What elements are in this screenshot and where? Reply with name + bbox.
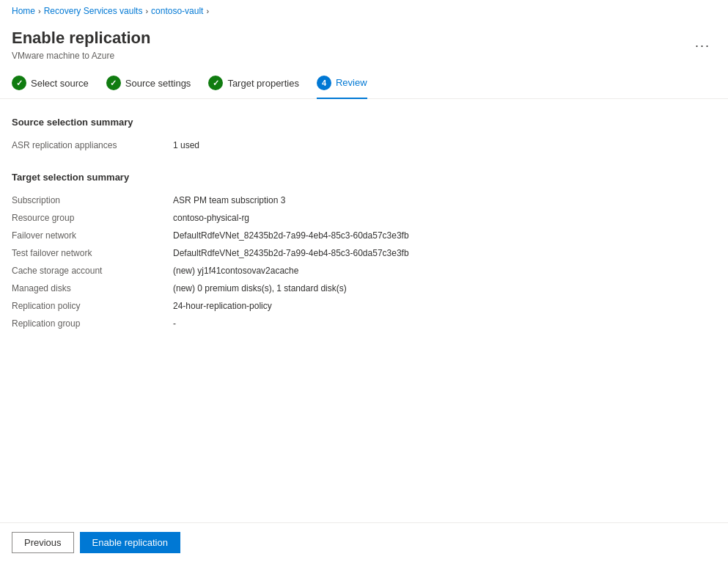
target-value-test-failover-network: DefaultRdfeVNet_82435b2d-7a99-4eb4-85c3-… <box>173 244 716 262</box>
page-header: Enable replication VMware machine to Azu… <box>0 22 728 64</box>
breadcrumb-vault[interactable]: contoso-vault <box>151 6 203 16</box>
page-subtitle: VMware machine to Azure <box>12 51 680 61</box>
source-value-0: 1 used <box>173 136 716 154</box>
step-source-settings[interactable]: ✓ Source settings <box>106 76 191 98</box>
breadcrumb-home[interactable]: Home <box>12 6 35 16</box>
step-label-target-properties: Target properties <box>227 78 299 89</box>
step-icon-source-settings: ✓ <box>106 76 121 90</box>
target-value-managed-disks: (new) 0 premium disks(s), 1 standard dis… <box>173 280 716 297</box>
breadcrumb: Home › Recovery Services vaults › contos… <box>0 0 728 22</box>
chevron-icon-3: › <box>206 7 209 15</box>
target-value-resource-group: contoso-physical-rg <box>173 209 716 227</box>
target-value-failover-network: DefaultRdfeVNet_82435b2d-7a99-4eb4-85c3-… <box>173 227 716 244</box>
target-value-cache-storage: (new) yj1f41contosovav2acache <box>173 262 716 280</box>
target-value-replication-group: - <box>173 315 716 332</box>
target-value-replication-policy: 24-hour-replication-policy <box>173 297 716 315</box>
main-content: Source selection summary ASR replication… <box>0 99 728 368</box>
steps-bar: ✓ Select source ✓ Source settings ✓ Targ… <box>0 64 728 99</box>
ellipsis-button[interactable]: ... <box>689 32 716 54</box>
target-label-replication-policy: Replication policy <box>12 297 173 315</box>
target-value-subscription: ASR PM team subscription 3 <box>173 191 716 209</box>
chevron-icon-1: › <box>38 7 41 15</box>
step-label-review: Review <box>336 77 367 88</box>
chevron-icon-2: › <box>145 7 148 15</box>
step-icon-target-properties: ✓ <box>208 76 223 90</box>
step-label-source-settings: Source settings <box>125 78 191 89</box>
breadcrumb-vaults[interactable]: Recovery Services vaults <box>44 6 143 16</box>
target-label-subscription: Subscription <box>12 191 173 209</box>
step-target-properties[interactable]: ✓ Target properties <box>208 76 299 98</box>
target-label-managed-disks: Managed disks <box>12 280 173 297</box>
target-label-resource-group: Resource group <box>12 209 173 227</box>
source-summary-table: ASR replication appliances 1 used <box>12 136 716 154</box>
page-title: Enable replication <box>12 28 680 49</box>
target-summary-table: Subscription ASR PM team subscription 3 … <box>12 191 716 332</box>
step-label-select-source: Select source <box>31 78 89 89</box>
target-label-failover-network: Failover network <box>12 227 173 244</box>
target-label-test-failover-network: Test failover network <box>12 244 173 262</box>
step-icon-review: 4 <box>317 76 331 90</box>
source-summary-title: Source selection summary <box>12 117 716 128</box>
step-select-source[interactable]: ✓ Select source <box>12 76 89 98</box>
step-review[interactable]: 4 Review <box>317 76 367 99</box>
target-label-cache-storage: Cache storage account <box>12 262 173 280</box>
target-label-replication-group: Replication group <box>12 315 173 332</box>
step-icon-select-source: ✓ <box>12 76 26 90</box>
source-label-0: ASR replication appliances <box>12 136 173 154</box>
page-title-block: Enable replication VMware machine to Azu… <box>12 28 680 61</box>
target-summary-title: Target selection summary <box>12 172 716 183</box>
